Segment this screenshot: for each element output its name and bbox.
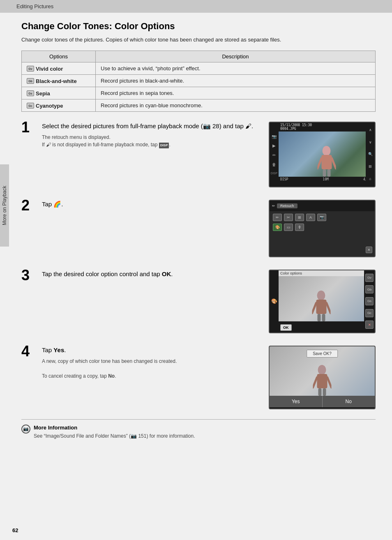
save-person-svg [313, 365, 332, 396]
cam-person-svg [318, 146, 336, 177]
cam-photo [279, 132, 375, 177]
step-3: 3 Tap the desired color option control a… [21, 270, 376, 333]
svg-line-9 [327, 303, 331, 313]
table-row: Gb Black-and-white Record pictures in bl… [22, 74, 376, 87]
save-screen: Save OK? Yes No [270, 346, 375, 408]
page-background: Editing Pictures More on Playback Change… [0, 0, 392, 540]
info-text: More Information See “Image/Sound File a… [34, 425, 195, 440]
info-box: 📷 More Information See “Image/Sound File… [21, 419, 376, 440]
svg-line-15 [327, 377, 332, 388]
table-row: Gv Vivid color Use to achieve a vivid, “… [22, 62, 376, 74]
retouch-icon-pencil[interactable]: ✏ [273, 214, 282, 221]
retouch-top-bar: ✏ Retouch [270, 201, 375, 211]
color-left-icon: 🎨 [270, 270, 279, 332]
no-button[interactable]: No [323, 396, 375, 407]
option-bw: Gb Black-and-white [22, 74, 96, 87]
step-4-desc: A new, copy of which color tone has been… [42, 358, 261, 380]
step-1-title: Select the desired pictures from full-fr… [42, 122, 261, 130]
step-4-image: Save OK? Yes No [269, 346, 376, 409]
col2-header: Description [96, 51, 376, 62]
save-photo: Save OK? [270, 346, 375, 396]
color-opts-right: Gv Gb Gs Gc ✕ [364, 270, 375, 332]
page-number: 62 [12, 527, 18, 533]
step-3-image: 🎨 Color options [269, 270, 376, 333]
svg-line-2 [318, 158, 322, 168]
color-opt-sepia[interactable]: Gs [365, 297, 374, 305]
retouch-icon-grid[interactable]: ⊞ [295, 214, 304, 221]
desc-sepia: Record pictures in sepia tones. [96, 87, 376, 99]
step-2-image: ✏ Retouch ✏ ✂ ⊞ A 📷 🎨 ▭ [269, 200, 376, 257]
color-opt-vivid[interactable]: Gv [365, 274, 374, 282]
retouch-icon-row: ✏ ✂ ⊞ A 📷 [270, 211, 375, 224]
color-opt-cyan[interactable]: Gc [365, 309, 374, 317]
retouch-icon-row2: 🎨 ▭ 🎙 [270, 224, 375, 233]
step-2-number: 2 [21, 198, 34, 213]
svg-line-8 [312, 303, 316, 313]
step-2: 2 Tap 🌈. ✏ Retouch ✏ [21, 200, 376, 257]
color-opts-photo [279, 276, 364, 321]
info-icon: 📷 [21, 425, 30, 434]
retouch-icon-scissors[interactable]: ✂ [284, 214, 293, 221]
color-opt-bw[interactable]: Gb [365, 285, 374, 293]
svg-rect-10 [318, 314, 321, 321]
step-3-content: Tap the desired color option control and… [42, 270, 261, 282]
cyan-icon: Gc Cyanotype [27, 103, 63, 109]
color-opts-left: Color options [279, 270, 364, 332]
info-body: See “Image/Sound File and Folder Names” … [34, 432, 195, 440]
retouch-close-button[interactable]: ✕ [366, 247, 372, 253]
step-1-desc: The retouch menu is displayed. If 🖌 is n… [42, 134, 261, 148]
color-opt-close[interactable]: ✕ [365, 321, 374, 329]
step-1-content: Select the desired pictures from full-fr… [42, 122, 261, 148]
step-1-image: 📷 ▶ ✏ 🗑 DISP 15/11/2008 15:300004.JPG [269, 122, 376, 187]
retouch-icon-frame[interactable]: ▭ [284, 224, 293, 231]
step-3-number: 3 [21, 268, 34, 283]
svg-line-3 [332, 158, 336, 168]
svg-rect-16 [318, 388, 322, 396]
option-cyan: Gc Cyanotype [22, 99, 96, 111]
step-3-title: Tap the desired color option control and… [42, 270, 261, 278]
svg-rect-7 [316, 300, 327, 314]
svg-line-14 [313, 377, 317, 388]
retouch-icon-color[interactable]: 🎨 [273, 224, 282, 231]
svg-rect-13 [317, 374, 327, 388]
options-table: Options Description Gv Vivid color Use t… [21, 51, 376, 112]
page-title: Change Color Tones: Color Options [21, 21, 376, 32]
vivid-icon: Gv Vivid color [27, 66, 63, 72]
svg-rect-5 [327, 169, 331, 177]
step-1: 1 Select the desired pictures from full-… [21, 122, 376, 187]
main-content: Change Color Tones: Color Options Change… [9, 13, 392, 448]
header-label: Editing Pictures [16, 3, 53, 9]
desc-bw: Record pictures in black-and-white. [96, 74, 376, 87]
disp-badge: DISP [159, 143, 169, 148]
svg-rect-17 [323, 388, 326, 396]
retouch-icon-mic[interactable]: 🎙 [295, 224, 304, 231]
side-tab: More on Playback [0, 164, 9, 247]
table-row: Gc Cyanotype Record pictures in cyan-blu… [22, 99, 376, 111]
yes-button[interactable]: Yes [270, 396, 323, 407]
svg-point-6 [317, 291, 325, 300]
color-options-screen: 🎨 Color options [270, 270, 375, 332]
step-4-content: Tap Yes. A new, copy of which color tone… [42, 346, 261, 380]
step-4-number: 4 [21, 344, 34, 359]
steps-area: 1 Select the desired pictures from full-… [21, 122, 376, 409]
step-4: 4 Tap Yes. A new, copy of which color to… [21, 346, 376, 409]
option-vivid: Gv Vivid color [22, 62, 96, 74]
cam-top-bar: 15/11/2008 15:300004.JPG [279, 122, 375, 132]
save-buttons-row: Yes No [270, 396, 375, 407]
svg-rect-1 [322, 155, 332, 169]
svg-rect-4 [323, 169, 326, 177]
svg-point-0 [323, 146, 331, 156]
color-opts-header: Color options [279, 270, 364, 276]
retouch-icon-camera[interactable]: 📷 [317, 214, 326, 221]
step-2-content: Tap 🌈. [42, 200, 261, 212]
retouch-icon-text[interactable]: A [306, 214, 315, 221]
page-subtitle: Change color tones of the pictures. Copi… [21, 36, 376, 44]
bw-icon: Gb Black-and-white [27, 78, 77, 84]
cam-bottom-bar: DISP 10M 4/ 41 [279, 177, 375, 182]
ok-button[interactable]: OK [280, 324, 292, 331]
step-1-number: 1 [21, 120, 34, 135]
svg-point-12 [318, 365, 326, 375]
header-bar: Editing Pictures [0, 0, 392, 13]
desc-vivid: Use to achieve a vivid, “photo print” ef… [96, 62, 376, 74]
retouch-label: Retouch [277, 203, 297, 208]
